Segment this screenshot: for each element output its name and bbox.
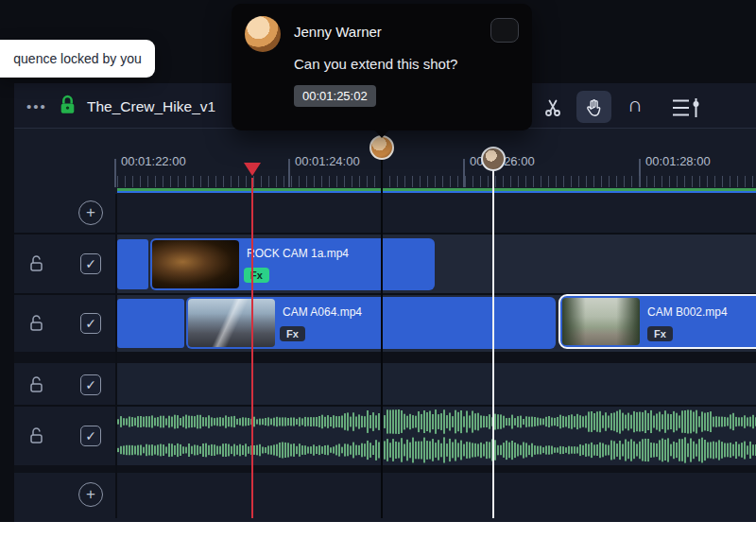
sequence-color-bar-blue (117, 191, 756, 193)
clip-cam-b002-selected[interactable]: CAM B002.mp4 Fx (558, 294, 756, 349)
clip-segment-edge[interactable] (117, 299, 184, 348)
ruler-major-tick (114, 159, 116, 187)
playhead-marker[interactable] (244, 163, 261, 176)
waveform-bottom (117, 437, 756, 463)
track-lock-button-v2[interactable] (26, 252, 46, 275)
hand-tool-button[interactable] (576, 91, 611, 123)
comment-author: Jenny Warner (294, 24, 382, 40)
fx-badge[interactable]: Fx (244, 268, 269, 283)
clip-rock-cam[interactable]: ROCK CAM 1a.mp4 Fx (150, 238, 435, 290)
track-lock-button-a1[interactable] (26, 374, 46, 396)
ruler-timecode: 00:01:22:00 (121, 154, 186, 168)
check-icon: ✓ (85, 316, 96, 331)
fx-badge[interactable]: Fx (647, 326, 673, 341)
hand-icon (586, 98, 602, 116)
open-lock-icon (28, 426, 44, 445)
lock-toast-text: quence locked by you (13, 51, 141, 66)
clip-cam-a064[interactable]: CAM A064.mp4 Fx (186, 297, 556, 349)
clip-label: CAM B002.mp4 (647, 305, 728, 319)
cut-tool-button[interactable] (539, 95, 567, 121)
track-settings-icon (671, 96, 701, 119)
comment-popup: Jenny Warner Can you extend this shot? 0… (232, 4, 532, 130)
timecode-chip[interactable]: 00:01:25:02 (294, 85, 376, 107)
sequence-title: The_Crew_Hike_v1 (87, 98, 215, 115)
comment-message: Can you extend this shot? (294, 56, 457, 72)
waveform-top (117, 409, 756, 435)
collaborator-avatar-marker[interactable] (481, 147, 506, 171)
clip-label: ROCK CAM 1a.mp4 (247, 247, 349, 260)
track-enable-checkbox-v2[interactable]: ✓ (80, 253, 101, 274)
comment-avatar-marker[interactable] (369, 135, 394, 160)
timeline-ruler[interactable] (117, 176, 756, 187)
ruler-timecode: 00:01:24:00 (295, 154, 360, 168)
check-icon: ✓ (85, 377, 96, 392)
add-track-button-bottom[interactable]: + (78, 482, 103, 507)
avatar (245, 16, 281, 52)
track-lock-button-a2[interactable] (26, 425, 46, 447)
check-icon: ✓ (85, 428, 96, 443)
clip-segment-edge[interactable] (117, 239, 148, 289)
popup-pointer (374, 130, 389, 138)
check-icon: ✓ (85, 256, 96, 271)
track-enable-checkbox-v1[interactable]: ✓ (80, 313, 101, 334)
track-lane-empty[interactable] (117, 363, 756, 407)
plus-icon: + (86, 485, 95, 504)
ruler-timecode: 00:01:28:00 (645, 154, 711, 168)
row-separator (14, 465, 756, 473)
clip-thumbnail (188, 299, 275, 347)
clip-thumbnail (152, 240, 239, 288)
track-enable-checkbox-a2[interactable]: ✓ (80, 426, 101, 446)
scissors-icon (543, 98, 562, 117)
screenshot-root: ••• The_Crew_Hike_v1 ∩ 00:01:22:00 00:01… (0, 0, 756, 539)
open-lock-icon (28, 254, 44, 273)
more-menu-button[interactable]: ••• (26, 98, 47, 114)
plus-icon: + (86, 203, 95, 222)
playhead-line (251, 178, 253, 518)
lock-toast: quence locked by you (0, 40, 155, 78)
fx-badge[interactable]: Fx (280, 326, 305, 341)
open-lock-icon (28, 314, 44, 333)
track-settings-button[interactable] (667, 95, 705, 121)
lock-icon (59, 95, 77, 116)
row-separator (14, 233, 756, 235)
add-track-button-top[interactable]: + (78, 200, 103, 225)
track-lock-button-v1[interactable] (26, 312, 46, 335)
track-enable-checkbox-a1[interactable]: ✓ (80, 374, 101, 395)
row-separator (14, 352, 756, 363)
magnet-icon: ∩ (627, 93, 643, 117)
clip-thumbnail (562, 298, 640, 345)
audio-clip[interactable] (117, 407, 756, 465)
open-lock-icon (28, 375, 44, 394)
reaction-button[interactable] (490, 18, 519, 43)
collaborator-marker-line (492, 166, 494, 518)
clip-label: CAM A064.mp4 (283, 305, 362, 319)
sequence-lock-icon[interactable] (59, 95, 77, 117)
comment-marker-line (381, 157, 383, 518)
snap-tool-button[interactable]: ∩ (622, 90, 648, 120)
